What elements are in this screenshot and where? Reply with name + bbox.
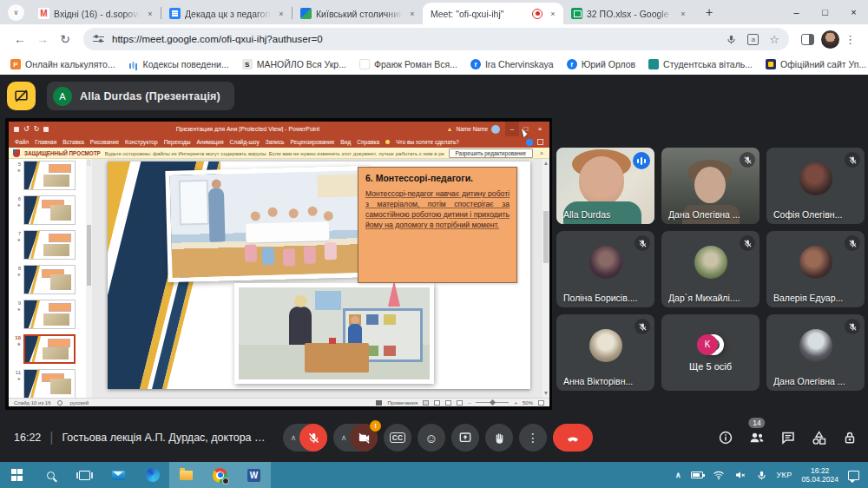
participant-tile[interactable]: Дар`я Михайлі.... [661,231,760,307]
ppt-tab[interactable]: Главная [35,139,56,145]
reload-button[interactable]: ↻ [54,28,76,50]
tab-university[interactable]: Київський столичний універ × [293,3,423,24]
more-options-button[interactable]: ⋮ [519,424,547,452]
banner-close-icon[interactable]: × [540,150,543,156]
ppt-tab[interactable]: Рисование [90,139,119,145]
close-icon[interactable]: × [547,8,559,20]
camera-off-button[interactable]: ! [350,424,378,452]
slide-thumbnail[interactable] [23,230,76,260]
slide-sorter-icon[interactable] [434,400,440,406]
side-panel-button[interactable] [796,28,819,50]
mic-tray-icon[interactable] [756,470,767,481]
zoom-out-button[interactable]: – [468,400,470,406]
participant-tile[interactable]: Софія Олегівн... [766,148,865,224]
enable-editing-button[interactable]: Разрешить редактирование [449,148,533,158]
bookmark-item[interactable]: Кодексы поведени... [128,59,229,69]
mic-options-chevron[interactable]: ∧ [287,433,299,442]
bookmark-item[interactable]: Студентська віталь... [648,59,753,69]
language-indicator[interactable]: УКР [777,471,792,479]
reading-view-icon[interactable] [445,400,451,406]
share-presence-icon[interactable] [526,139,533,146]
normal-view-icon[interactable] [423,400,429,406]
ppt-quick-access-toolbar[interactable]: ↺↻ [14,125,49,133]
taskbar-clock[interactable]: 16:22 05.04.2024 [801,466,838,484]
slide-thumbnail[interactable] [23,369,76,398]
wifi-icon[interactable] [713,469,725,481]
participant-tile[interactable]: Валерія Едуар... [766,231,865,307]
ppt-tab[interactable]: Справка [357,139,379,145]
site-settings-icon[interactable] [93,35,104,44]
present-button[interactable] [451,424,479,452]
reactions-button[interactable]: ☺ [418,424,445,452]
ppt-tab[interactable]: Рецензирование [290,139,334,145]
slide-thumbnail[interactable] [23,195,76,225]
participant-tile-alla[interactable]: Alla Durdas [556,148,654,224]
close-window-button[interactable]: × [839,0,868,24]
word-app-button[interactable]: W [237,462,271,488]
bookmark-item[interactable]: fIra Chervinskaya [470,59,554,69]
tab-docs[interactable]: Декада цк з педагогічної о × [161,3,292,24]
ppt-tab[interactable]: Вид [340,139,351,145]
minimize-button[interactable]: – [782,0,811,24]
zoom-in-button[interactable]: + [514,400,517,406]
tab-sheets[interactable]: 32 ПО.xlsx - Google Таблиц × [563,3,694,24]
ppt-tab[interactable]: Вставка [62,139,84,145]
forward-button[interactable]: → [31,28,54,50]
ribbon-collapse-icon[interactable] [537,139,543,145]
stop-presenting-button[interactable] [7,82,36,110]
host-controls-button[interactable] [842,430,858,445]
address-bar[interactable]: https://meet.google.com/ofi-qxui-ihj?aut… [83,28,789,50]
start-button[interactable] [0,462,34,488]
bookmark-star-icon[interactable]: ☆ [769,33,779,46]
task-view-button[interactable] [68,462,102,488]
notes-button[interactable]: Примечания [387,400,418,406]
back-button[interactable]: ← [9,28,31,50]
ppt-close-button[interactable]: × [533,122,547,136]
mail-app-button[interactable] [102,462,135,488]
slide-thumbnail-selected[interactable] [23,334,76,364]
chrome-app-button[interactable] [203,462,237,488]
tab-gmail[interactable]: M Вхідні (16) - d.sopova@kubg × [30,3,161,24]
slide-thumbnail[interactable] [23,265,76,294]
close-icon[interactable]: × [275,8,287,20]
tray-expand-chevron[interactable]: ∧ [675,471,681,479]
meeting-details-button[interactable] [718,430,733,445]
end-call-button[interactable] [553,424,593,452]
participant-tile[interactable]: Дана Олегівна ... [766,314,865,391]
zoom-percent[interactable]: 50% [523,400,533,406]
taskbar-search-button[interactable] [34,462,68,488]
participant-tile[interactable]: Дана Олегівна ... [661,148,760,224]
camera-options-chevron[interactable]: ∧ [338,433,350,442]
tab-search-button[interactable]: ∨ [8,4,24,21]
ppt-tab[interactable]: Анимация [197,139,224,145]
notification-center-icon[interactable] [848,471,859,480]
canvas-scrollbar[interactable] [542,159,549,398]
accessibility-icon[interactable] [57,400,62,406]
ppt-tab-file[interactable]: Файл [15,139,29,145]
ppt-minimize-button[interactable]: – [505,122,519,136]
thumbnail-scrollbar[interactable] [86,159,92,398]
voice-search-icon[interactable] [726,34,737,45]
participant-tile[interactable]: Поліна Борисів.... [556,231,654,307]
maximize-button[interactable]: □ [811,0,839,24]
volume-muted-icon[interactable] [734,469,746,481]
edge-app-button[interactable] [135,462,169,488]
bookmark-item[interactable]: Офіційний сайт Уп... [766,59,866,69]
language-indicator[interactable]: русский [69,400,89,406]
ppt-account[interactable]: ▲ Name Name [447,125,500,134]
url-text[interactable]: https://meet.google.com/ofi-qxui-ihj?aut… [112,34,718,44]
bookmark-item[interactable]: PОнлайн калькулято... [10,59,115,69]
ppt-tab[interactable]: Переходы [164,139,191,145]
mic-mute-button[interactable] [299,424,327,452]
tab-meet-active[interactable]: Meet: "ofi-qxui-ihj" × [423,3,563,24]
close-icon[interactable]: × [406,8,418,20]
translate-icon[interactable]: a [747,34,759,45]
zoom-slider[interactable] [476,402,509,403]
participants-button[interactable]: 14 [748,429,766,446]
overflow-participants-tile[interactable]: K Ще 5 осіб [661,314,760,391]
battery-icon[interactable] [691,472,703,478]
presenter-pill[interactable]: A Alla Durdas (Презентація) [47,82,234,110]
ppt-tab[interactable]: Конструктор [125,139,158,145]
ppt-tab[interactable]: Слайд-шоу [230,139,260,145]
bookmark-item[interactable]: Фраюк Роман Вся... [359,59,457,69]
